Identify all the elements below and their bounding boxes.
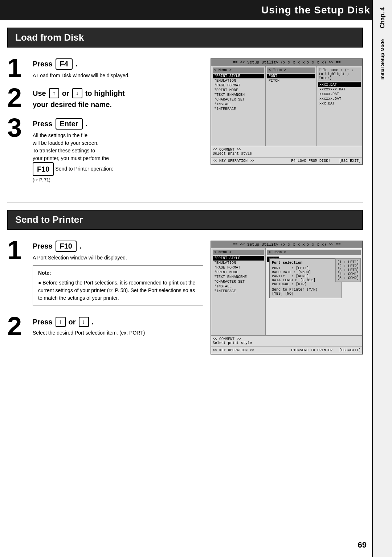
- screen2-body: < Menu > *PRINT STYLE *EMULATION *PAGE F…: [211, 248, 362, 335]
- screen1-file-col: File name : (↑ ↓ to highlight ; Enter) x…: [317, 66, 362, 146]
- section2-content: 1 Press F10 . A Port Selection window wi…: [7, 241, 363, 355]
- menu-item-print-mode: *PRINT MODE: [213, 88, 264, 93]
- step2-2-period: .: [92, 318, 94, 326]
- screen2-comment-header: << COMMENT >>: [213, 337, 241, 341]
- note-box: Note: ● Before setting the Port selectio…: [33, 265, 203, 306]
- port-send-yn-label: Send to Printer (Y/N): [272, 288, 339, 292]
- screen1-key-op: << KEY OPERATION >> F4=LOAD FROM DISK! […: [211, 157, 362, 164]
- screen1-key-f4: F4=LOAD FROM DISK!: [291, 159, 330, 163]
- section1-content: 1 Press F4 . A Load from Disk window wil…: [7, 58, 363, 191]
- screen2-key-esc: [ESC=EXIT]: [339, 348, 361, 352]
- menu-item-install: *INSTALL: [213, 102, 264, 107]
- port-panel-title: Port selection: [272, 261, 339, 265]
- step2-1-desc: A Port Selection window will be displaye…: [33, 254, 203, 262]
- screen1-menu-col: < Menu > *PRINT STYLE *EMULATION *PAGE F…: [211, 66, 266, 146]
- s2-menu-emulation: *EMULATION: [213, 261, 264, 265]
- menu-item-interface: *INTERFACE: [213, 107, 264, 111]
- port-yn-options: [YES] [NO]: [272, 292, 339, 296]
- step2-subtitle: your desired file name.: [33, 101, 203, 109]
- step1-desc: A Load from Disk window will be displaye…: [33, 72, 203, 79]
- step1-press-label: Press: [33, 60, 53, 68]
- step3-number: 3: [7, 115, 29, 141]
- step3-press-label: Press: [33, 120, 53, 128]
- step3-desc: All the settings in the file will be loa…: [33, 132, 203, 184]
- section-send-to-printer: Send to Printer 1 Press F10 . A Port Sel…: [7, 210, 363, 355]
- screen2-key-op-header: << KEY OPERATION >>: [213, 348, 254, 352]
- file-xxx: xxx.DAT: [318, 101, 361, 106]
- port-list-5: [5 : COM2]: [337, 276, 359, 280]
- screen1-comment-text: Select print style: [213, 152, 252, 156]
- section-divider: [7, 202, 363, 202]
- screen1-body: < Menu > *PRINT STYLE *EMULATION *PAGE F…: [211, 66, 362, 146]
- menu-item-emulation: *EMULATION: [213, 78, 264, 83]
- header-title: Using the Setup Disk: [261, 4, 370, 16]
- s2-menu-print-style: *PRINT STYLE: [213, 256, 264, 261]
- port-row-datalength: DATA LENGTH: [8 bit]: [272, 278, 339, 282]
- screen1-key-op-right: F4=LOAD FROM DISK! [ESC=EXIT]: [291, 159, 361, 163]
- screen1-key-op-header: << KEY OPERATION >>: [213, 159, 254, 163]
- step2-2-row: 2 Press ↑ or ↓ . Select the desired Port…: [7, 317, 203, 339]
- step2-2-number: 2: [7, 313, 29, 339]
- port-list-4: [4 : COM1]: [337, 272, 359, 276]
- screen1-header: == << Setup Utility (x x x x x x x x x) …: [211, 59, 362, 66]
- file-xxxxxx: xxxxxx.DAT: [318, 97, 361, 101]
- chapter-label: Chap. 4: [379, 0, 386, 36]
- file-xxxx: xxxx.DAT: [318, 82, 361, 87]
- step3-title: Press Enter .: [33, 118, 203, 130]
- step1-key: F4: [56, 58, 73, 70]
- item-font: FONT: [267, 74, 315, 78]
- menu-item-print-style: *PRINT STYLE: [213, 74, 264, 78]
- step2-1-key: F10: [56, 241, 77, 252]
- screen2-menu-col: < Menu > *PRINT STYLE *EMULATION *PAGE F…: [211, 248, 266, 335]
- page-number: 69: [358, 540, 367, 550]
- section2-screen: == << Setup Utility (x x x x x x x x x) …: [211, 241, 363, 355]
- port-panel: Port selection PORT : [LPT1] BAUD RATE :…: [269, 258, 342, 298]
- screen2-key-op: << KEY OPERATION >> F10=SEND TO PRINTER …: [211, 347, 362, 354]
- step2-2-press-label: Press: [33, 318, 53, 326]
- s2-menu-install: *INSTALL: [213, 284, 264, 289]
- screen1-item-header: < Item >: [267, 67, 315, 73]
- step2-2-arrow-down: ↓: [79, 317, 89, 327]
- note-bullet: ● Before setting the Port selections, it…: [38, 279, 198, 302]
- screen2-comment-text: Select print style: [213, 341, 252, 345]
- s2-menu-print-mode: *PRINT MODE: [213, 270, 264, 275]
- section1-screen: == << Setup Utility (x x x x x x x x x) …: [211, 58, 363, 191]
- step2-highlight-label: to highlight: [85, 89, 125, 98]
- file-xxxxxxxx: xxxxxxxx.DAT: [318, 87, 361, 92]
- screen1-menu-header: < Menu >: [213, 67, 264, 73]
- setup-screen-1: == << Setup Utility (x x x x x x x x x) …: [211, 58, 363, 165]
- setup-screen-2: == << Setup Utility (x x x x x x x x x) …: [211, 241, 363, 355]
- screen2-right-area: < Item > FONT Port selection PORT : [LPT…: [266, 248, 362, 335]
- s2-menu-interface: *INTERFACE: [213, 289, 264, 294]
- screen1-comment: << COMMENT >> Select print style: [211, 146, 362, 157]
- step2-title: Use ↑ or ↓ to highlight: [33, 88, 203, 98]
- screen1-file-header: File name : (↑ ↓ to highlight ; Enter): [318, 67, 361, 81]
- step1-title: Press F4 .: [33, 58, 203, 70]
- port-row-baud: BAUD RATE : [9600]: [272, 270, 339, 274]
- port-list: [1 : LPT1] [2 : LPT2] [3 : LPT3] [4 : CO…: [335, 258, 361, 282]
- section1-steps: 1 Press F4 . A Load from Disk window wil…: [7, 58, 203, 191]
- section2-title: Send to Printer: [7, 210, 363, 230]
- step3-content: Press Enter . All the settings in the fi…: [33, 118, 203, 184]
- menu-item-text-enhance: *TEXT ENHANCEN: [213, 93, 264, 97]
- step2-number: 2: [7, 85, 29, 111]
- step2-use-label: Use: [33, 89, 46, 98]
- step2-2-title: Press ↑ or ↓ .: [33, 317, 203, 327]
- s2-menu-text-enhance: *TEXT ENHANCEME: [213, 275, 264, 279]
- step2-1-content: Press F10 . A Port Selection window will…: [33, 241, 203, 310]
- section1-title: Load from Disk: [7, 28, 363, 48]
- step1-content: Press F4 . A Load from Disk window will …: [33, 58, 203, 79]
- page-header: Using the Setup Disk: [0, 0, 392, 20]
- port-row-parity: PARITY : [NONE]: [272, 274, 339, 278]
- section2-steps: 1 Press F10 . A Port Selection window wi…: [7, 241, 203, 355]
- main-content: Load from Disk 1 Press F4 . A Load from …: [0, 20, 370, 373]
- step3-period: .: [86, 120, 88, 128]
- step2-2-content: Press ↑ or ↓ . Select the desired Port s…: [33, 317, 203, 337]
- port-row-protocol: PROTOCOL : [DTR]: [272, 282, 339, 286]
- screen2-item-header: < Item >: [267, 250, 361, 255]
- screen2-comment: << COMMENT >> Select print style: [211, 335, 362, 347]
- step2-row: 2 Use ↑ or ↓ to highlight your desired f…: [7, 88, 203, 111]
- step2-or-label: or: [62, 89, 69, 98]
- screen2-header: == << Setup Utility (x x x x x x x x x) …: [211, 241, 362, 248]
- screen1-comment-header: << COMMENT >>: [213, 148, 241, 152]
